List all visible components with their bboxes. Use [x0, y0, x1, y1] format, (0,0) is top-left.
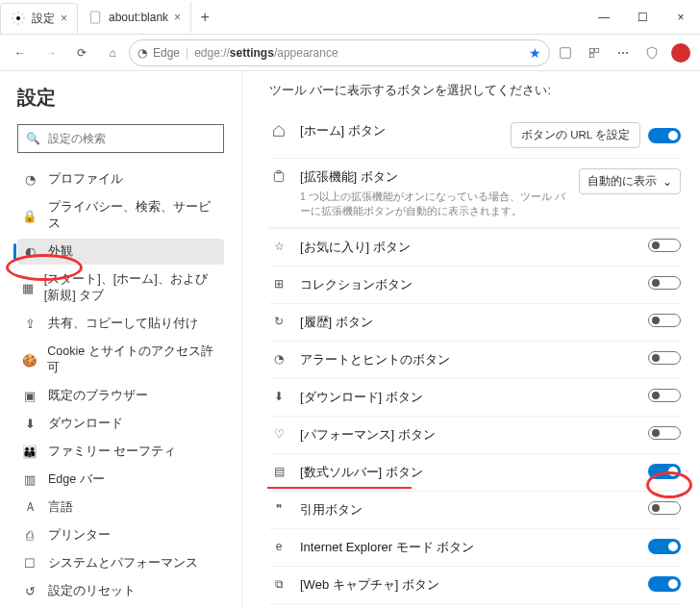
- refresh-button[interactable]: ⟳: [67, 39, 96, 66]
- setting-label: [履歴] ボタン: [300, 314, 637, 331]
- tab-blank[interactable]: about:blank ×: [78, 2, 191, 33]
- svg-point-8: [626, 52, 628, 54]
- home-button[interactable]: ⌂: [98, 39, 127, 66]
- setting-row-4: ⬇ [ダウンロード] ボタン: [269, 379, 681, 417]
- toggle-home[interactable]: [648, 128, 681, 143]
- reset-icon: ↺: [21, 584, 38, 598]
- extensions-icon[interactable]: [552, 39, 579, 66]
- toggle-0[interactable]: [648, 239, 681, 252]
- printer-icon: ⎙: [21, 529, 38, 543]
- appearance-icon: ◐: [21, 244, 38, 259]
- sidebar-item-0[interactable]: ◔プロファイル: [17, 166, 224, 192]
- math-icon: ▤: [269, 464, 288, 478]
- toggle-8[interactable]: [648, 539, 681, 554]
- setting-label: [数式ソルバー] ボタン: [300, 464, 637, 481]
- menu-icon[interactable]: [610, 39, 637, 66]
- extensions-icon: [269, 168, 288, 185]
- new-tab-button[interactable]: +: [191, 9, 218, 26]
- close-icon[interactable]: ×: [61, 12, 67, 25]
- address-path: edge://settings/appearance: [194, 46, 338, 60]
- window-controls: — ☐ ×: [585, 0, 700, 35]
- sidebar-item-label: Edge バー: [48, 471, 105, 488]
- toolbar: ← → ⟳ ⌂ ◔ Edge | edge://settings/appeara…: [0, 35, 700, 71]
- close-icon[interactable]: ×: [174, 11, 181, 24]
- sidebar-item-3[interactable]: ▦[スタート]、[ホーム]、および [新規] タブ: [17, 267, 224, 309]
- setting-label: [ダウンロード] ボタン: [300, 389, 637, 406]
- edge-icon: ◔: [138, 46, 147, 60]
- profile-avatar[interactable]: [667, 39, 694, 66]
- chevron-down-icon: ⌄: [662, 175, 672, 189]
- page-icon: [88, 10, 103, 25]
- history-icon: ↻: [269, 314, 288, 328]
- perf-icon: ♡: [269, 426, 288, 441]
- sidebar-item-2[interactable]: ◐外観: [17, 239, 224, 265]
- setting-label: コレクションボタン: [300, 276, 637, 293]
- ie-icon: e: [269, 539, 288, 553]
- toggle-1[interactable]: [648, 276, 681, 290]
- download-icon: ⬇: [21, 417, 38, 431]
- sidebar-item-4[interactable]: ⇪共有、コピーして貼り付け: [17, 311, 224, 337]
- sidebar-item-7[interactable]: ⬇ダウンロード: [17, 411, 224, 437]
- svg-rect-5: [589, 53, 593, 57]
- address-bar[interactable]: ◔ Edge | edge://settings/appearance ★: [129, 39, 550, 66]
- sidebar-item-13[interactable]: ↺設定のリセット: [17, 578, 224, 604]
- sidebar-item-10[interactable]: Ａ言語: [17, 495, 224, 521]
- sidebar-item-label: 共有、コピーして貼り付け: [48, 316, 198, 332]
- close-window-button[interactable]: ×: [662, 0, 700, 35]
- sidebar-item-1[interactable]: 🔒プライバシー、検索、サービス: [17, 194, 224, 237]
- sidebar-item-label: 既定のブラウザー: [48, 388, 148, 404]
- sidebar-item-5[interactable]: 🍪Cookie とサイトのアクセス許可: [17, 339, 224, 381]
- setting-label: [ホーム] ボタン: [300, 122, 499, 140]
- quote-icon: ❞: [269, 501, 288, 516]
- setting-row-extensions: [拡張機能] ボタン 1 つ以上の拡張機能がオンになっている場合、ツール バーに…: [269, 159, 681, 228]
- forward-button[interactable]: →: [37, 39, 65, 66]
- svg-rect-1: [90, 12, 99, 23]
- toggle-3[interactable]: [648, 351, 681, 365]
- settings-search[interactable]: 🔍: [17, 124, 224, 153]
- shield-icon[interactable]: [638, 39, 665, 66]
- setting-label: [パフォーマンス] ボタン: [300, 426, 637, 444]
- sidebar-item-label: Cookie とサイトのアクセス許可: [47, 343, 218, 376]
- home-url-button[interactable]: ボタンの URL を設定: [511, 122, 640, 148]
- back-button[interactable]: ←: [6, 39, 35, 66]
- sidebar-item-label: 設定のリセット: [48, 583, 136, 599]
- svg-point-7: [622, 52, 624, 54]
- setting-row-9: ⧉ [Web キャプチャ] ボタン: [269, 567, 681, 604]
- toggle-2[interactable]: [648, 314, 681, 327]
- family-icon: 👪: [21, 445, 38, 459]
- maximize-button[interactable]: ☐: [623, 0, 662, 35]
- sidebar-item-6[interactable]: ▣既定のブラウザー: [17, 383, 224, 409]
- extensions-dropdown[interactable]: 自動的に表示 ⌄: [579, 168, 681, 194]
- sidebar-item-14[interactable]: ▯スマートフォンとその他のデバイス: [17, 606, 224, 610]
- system-icon: ☐: [21, 556, 38, 571]
- cookie-icon: 🍪: [21, 353, 38, 368]
- toggle-7[interactable]: [648, 501, 681, 515]
- setting-label: [拡張機能] ボタン 1 つ以上の拡張機能がオンになっている場合、ツール バーに…: [300, 168, 567, 217]
- sidebar-item-8[interactable]: 👪ファミリー セーフティ: [17, 439, 224, 465]
- minimize-button[interactable]: —: [585, 0, 623, 35]
- sidebar-item-label: [スタート]、[ホーム]、および [新規] タブ: [44, 271, 218, 304]
- collections-icon[interactable]: [581, 39, 608, 66]
- content-area: ツール バーに表示するボタンを選択してください: [ホーム] ボタン ボタンの …: [242, 71, 700, 610]
- browser-icon: ▣: [21, 389, 38, 403]
- home-icon: [269, 122, 288, 139]
- setting-row-7: ❞ 引用ボタン: [269, 492, 681, 529]
- toggle-5[interactable]: [648, 426, 681, 440]
- sidebar-item-label: 言語: [48, 499, 73, 516]
- download-icon: ⬇: [269, 389, 288, 403]
- toggle-6[interactable]: [648, 464, 681, 479]
- sidebar-item-11[interactable]: ⎙プリンター: [17, 522, 224, 548]
- edgebar-icon: ▥: [21, 472, 38, 487]
- page-title: 設定: [17, 85, 224, 111]
- capture-icon: ⧉: [269, 576, 288, 591]
- search-input[interactable]: [48, 132, 215, 145]
- toggle-9[interactable]: [648, 576, 681, 592]
- tab-settings[interactable]: 設定 ×: [0, 3, 78, 34]
- toggle-4[interactable]: [648, 389, 681, 402]
- sidebar-item-label: プロファイル: [48, 171, 123, 188]
- collections-icon: ⊞: [269, 276, 288, 291]
- favorite-star-icon[interactable]: ★: [529, 45, 541, 61]
- setting-label: [お気に入り] ボタン: [300, 239, 637, 256]
- sidebar-item-9[interactable]: ▥Edge バー: [17, 467, 224, 493]
- sidebar-item-12[interactable]: ☐システムとパフォーマンス: [17, 550, 224, 576]
